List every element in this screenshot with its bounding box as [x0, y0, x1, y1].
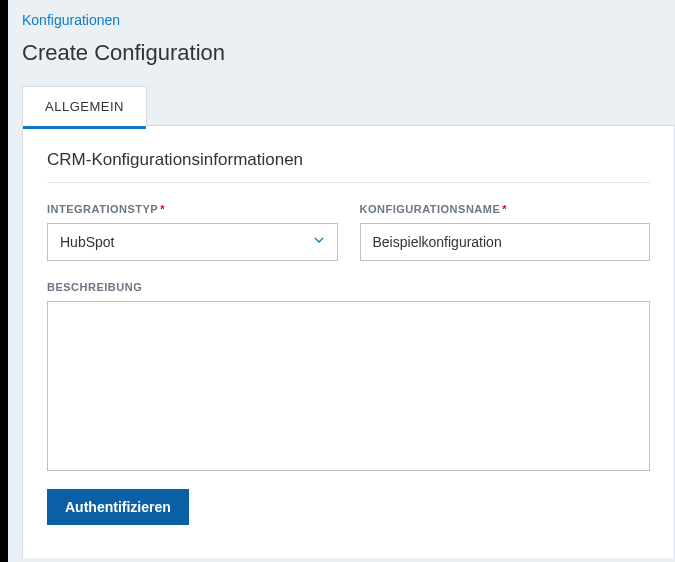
tab-general[interactable]: ALLGEMEIN [22, 86, 147, 126]
config-name-label: KONFIGURATIONSNAME* [360, 203, 651, 215]
chevron-down-icon [311, 232, 327, 252]
form-row-top: INTEGRATIONSTYP* HubSpot KONFIGURATIONSN… [47, 203, 650, 261]
content-panel: CRM-Konfigurationsinformationen INTEGRAT… [22, 126, 675, 558]
config-name-label-text: KONFIGURATIONSNAME [360, 203, 501, 215]
required-marker: * [502, 203, 507, 215]
config-name-field: KONFIGURATIONSNAME* [360, 203, 651, 261]
description-textarea[interactable] [47, 301, 650, 471]
integration-type-value: HubSpot [60, 234, 114, 250]
page-title: Create Configuration [8, 34, 675, 86]
authenticate-button[interactable]: Authentifizieren [47, 489, 189, 525]
section-heading-crm-info: CRM-Konfigurationsinformationen [47, 150, 650, 183]
required-marker: * [160, 203, 165, 215]
tabs-row: ALLGEMEIN [8, 86, 675, 126]
integration-type-field: INTEGRATIONSTYP* HubSpot [47, 203, 338, 261]
breadcrumb-configurations-link[interactable]: Konfigurationen [8, 0, 134, 34]
page-container: Konfigurationen Create Configuration ALL… [8, 0, 675, 562]
description-field: BESCHREIBUNG [47, 281, 650, 471]
description-label: BESCHREIBUNG [47, 281, 650, 293]
integration-type-label-text: INTEGRATIONSTYP [47, 203, 158, 215]
tabs-underline [147, 125, 675, 126]
config-name-input[interactable] [360, 223, 651, 261]
integration-type-label: INTEGRATIONSTYP* [47, 203, 338, 215]
integration-type-select[interactable]: HubSpot [47, 223, 338, 261]
